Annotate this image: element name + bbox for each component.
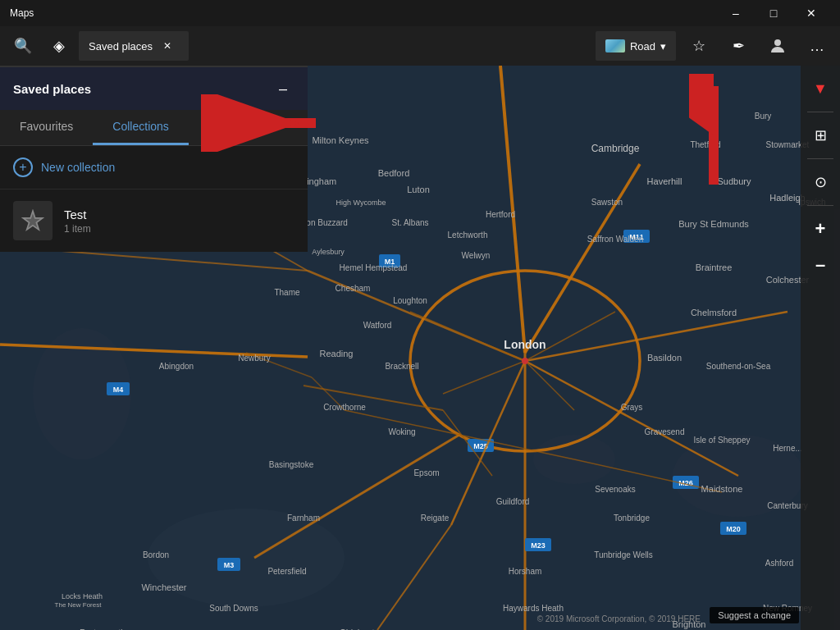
svg-text:Locks Heath: Locks Heath [62,592,103,600]
road-dropdown-icon: ▾ [660,40,666,52]
titlebar: Maps – □ ✕ [0,0,840,26]
svg-text:Maidstone: Maidstone [701,484,743,494]
svg-text:Loughton: Loughton [393,296,427,305]
svg-text:Sevenoaks: Sevenoaks [595,485,635,494]
svg-point-47 [522,358,528,364]
svg-text:M20: M20 [726,525,741,533]
search-button[interactable]: 🔍 [7,30,39,62]
svg-text:Chelmsford: Chelmsford [691,308,737,317]
svg-text:Reading: Reading [320,349,354,358]
favorites-toolbar-button[interactable]: ☆ [682,30,715,62]
more-button[interactable]: … [801,30,833,62]
svg-text:London: London [504,338,546,351]
svg-text:Crowthorne: Crowthorne [323,403,366,412]
tab-favourites[interactable]: Favourites [0,110,93,145]
road-label: Road [630,40,655,52]
collection-count: 1 item [64,223,91,235]
compass-button[interactable]: ▼ [804,72,837,105]
svg-text:Horsham: Horsham [509,567,542,576]
svg-text:Petersfield: Petersfield [267,567,306,576]
svg-text:Bedford: Bedford [378,168,410,178]
svg-text:Milton Keynes: Milton Keynes [312,135,369,145]
saved-places-pill[interactable]: Saved places ✕ [79,31,189,61]
close-button[interactable]: ✕ [792,0,830,26]
map-controls: ▼ ⊞ ⊙ + – [801,66,840,630]
minimize-button[interactable]: – [717,0,755,26]
svg-text:Hertford: Hertford [486,210,515,219]
collection-icon [13,201,52,240]
pin-button[interactable]: ◈ [43,30,75,62]
suggest-change-button[interactable]: Suggest a change [710,607,799,623]
panel-minimize-button[interactable]: – [272,77,294,100]
svg-text:Letchworth: Letchworth [448,231,488,240]
side-panel: Saved places – Favourites Collections + … [0,66,308,252]
svg-text:Basingstoke: Basingstoke [269,460,314,469]
svg-text:Abingdon: Abingdon [159,362,194,371]
svg-text:Welwyn: Welwyn [462,251,491,260]
svg-text:South Downs: South Downs [209,604,258,613]
svg-text:Gravesend: Gravesend [645,427,685,436]
svg-text:Winchester: Winchester [141,582,186,592]
svg-text:Watford: Watford [363,321,392,330]
collection-item[interactable]: Test 1 item [0,189,308,252]
svg-text:Haverhill: Haverhill [647,176,682,186]
svg-text:Chesham: Chesham [336,284,371,293]
grid-button[interactable]: ⊞ [804,119,837,152]
svg-text:M3: M3 [224,561,235,569]
svg-text:Haywards Heath: Haywards Heath [503,604,564,613]
svg-text:Isle of Sheppey: Isle of Sheppey [694,436,751,445]
collection-info: Test 1 item [64,208,91,235]
svg-text:Southend-on-Sea: Southend-on-Sea [706,362,771,371]
saved-places-close[interactable]: ✕ [159,38,176,54]
window-controls: – □ ✕ [717,0,830,26]
road-type-button[interactable]: Road ▾ [596,31,676,61]
svg-text:Reigate: Reigate [421,514,450,523]
zoom-out-button[interactable]: – [804,249,837,281]
svg-text:Grays: Grays [621,403,643,412]
svg-text:Bracknell: Bracknell [385,362,418,371]
svg-text:Saffron Walden: Saffron Walden [587,235,643,244]
saved-places-label: Saved places [89,40,153,52]
plus-icon: + [13,158,33,177]
zoom-in-button[interactable]: + [804,212,837,245]
app-title: Maps [10,7,717,19]
svg-text:Newbury: Newbury [238,354,270,363]
svg-point-4 [148,509,345,607]
tabs: Favourites Collections [0,110,308,146]
controls-separator-3 [807,205,833,206]
avatar-button[interactable] [761,30,794,62]
controls-separator [807,112,833,112]
tab-collections[interactable]: Collections [93,110,188,145]
controls-separator-2 [807,158,833,159]
pen-button[interactable]: ✒ [722,30,755,62]
svg-text:Woking: Woking [388,427,415,436]
collection-name: Test [64,208,91,221]
svg-text:Bury St Edmunds: Bury St Edmunds [678,219,749,229]
svg-text:Aylesbury: Aylesbury [312,248,345,256]
svg-text:Hemel Hempstead: Hemel Hempstead [340,263,408,272]
location-button[interactable]: ⊙ [804,166,837,199]
svg-text:Sudbury: Sudbury [718,176,751,186]
copyright-text: © 2019 Microsoft Corporation, © 2019 HER… [537,614,701,623]
svg-text:Tunbridge Wells: Tunbridge Wells [594,550,653,559]
svg-text:Basildon: Basildon [647,353,682,363]
new-collection-button[interactable]: + New collection [0,146,308,189]
svg-text:High Wycombe: High Wycombe [336,199,386,207]
svg-text:Herne...: Herne... [773,444,802,453]
svg-text:Bordon: Bordon [143,550,169,559]
svg-text:Thame: Thame [274,288,300,297]
svg-text:Luton: Luton [407,185,430,194]
svg-text:Thetford: Thetford [690,140,720,149]
panel-title: Saved places [13,82,91,96]
panel-header: Saved places – [0,67,308,110]
svg-text:The New Forest: The New Forest [55,601,103,609]
maximize-button[interactable]: □ [755,0,792,26]
new-collection-label: New collection [41,161,115,174]
svg-text:Ashford: Ashford [765,559,793,568]
svg-text:Bury: Bury [755,112,772,121]
svg-text:Sawston: Sawston [591,198,623,207]
svg-text:Farnham: Farnham [287,514,320,523]
svg-point-0 [774,39,781,46]
svg-text:M4: M4 [113,386,124,394]
svg-text:Guildford: Guildford [496,497,530,506]
